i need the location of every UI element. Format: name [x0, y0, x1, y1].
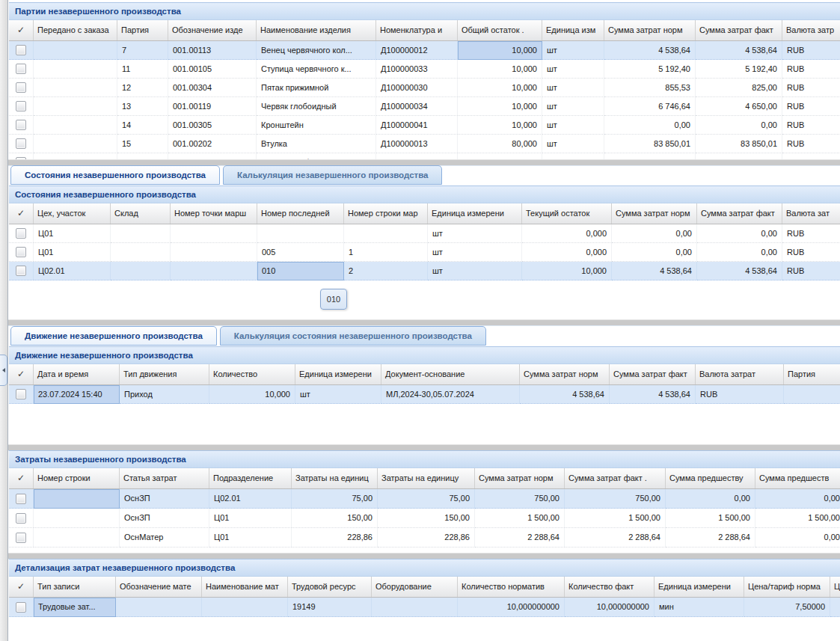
- grid-cell[interactable]: Ступица червячного к...: [257, 60, 376, 79]
- column-header[interactable]: Передано с заказа: [34, 20, 117, 40]
- column-header[interactable]: Сумма предшеств: [755, 468, 840, 488]
- grid-cell[interactable]: 10,000: [458, 41, 542, 60]
- table-row[interactable]: 11001.00105Ступица червячного к...Д10000…: [9, 60, 840, 79]
- grid-cell[interactable]: [116, 598, 202, 617]
- grid-cell[interactable]: 2: [344, 262, 428, 280]
- select-all-header[interactable]: ✓: [9, 20, 34, 40]
- grid-cell[interactable]: 855,53: [604, 79, 696, 97]
- column-header[interactable]: Количество факт: [565, 577, 654, 597]
- grid-cell[interactable]: Венец червячного кол...: [257, 41, 376, 60]
- row-checkbox[interactable]: [16, 533, 26, 543]
- column-header[interactable]: Сумма затрат факт: [610, 364, 696, 384]
- grid-cell[interactable]: RUB: [696, 385, 784, 404]
- column-header[interactable]: Номер последней: [257, 203, 344, 224]
- grid-cell[interactable]: шт: [428, 224, 522, 243]
- table-row[interactable]: Ц01шт0,0000,000,00RUB: [9, 224, 840, 243]
- row-checkbox[interactable]: [16, 138, 26, 149]
- grid-cell[interactable]: 10,000: [522, 262, 612, 280]
- column-header[interactable]: Валюта затр: [782, 20, 840, 40]
- column-header[interactable]: Сумма предшеству: [666, 468, 755, 488]
- column-header[interactable]: Затраты на единиц: [292, 468, 378, 488]
- column-header[interactable]: Тип движения: [120, 364, 209, 384]
- grid-cell[interactable]: 83 850,01: [604, 135, 696, 153]
- grid-cell[interactable]: Пятак прижимной: [257, 79, 376, 97]
- grid-cell[interactable]: 4 538,64: [604, 41, 696, 60]
- grid-cell[interactable]: 0,00: [612, 243, 697, 262]
- table-row[interactable]: 14001.00305КронштейнД10000004110,000шт0,…: [9, 116, 840, 135]
- grid-cell[interactable]: 150,00: [292, 509, 378, 528]
- grid-cell[interactable]: 19149: [288, 598, 372, 617]
- grid-cell[interactable]: Д100000013: [376, 135, 458, 153]
- grid-cell[interactable]: 0,00: [612, 224, 697, 243]
- column-header[interactable]: Дата и время: [34, 364, 120, 384]
- grid-cell[interactable]: RUB: [782, 135, 840, 153]
- column-header[interactable]: Сумма затрат факт: [696, 20, 782, 40]
- grid-cell[interactable]: шт: [542, 41, 604, 60]
- grid-cell[interactable]: шт: [428, 262, 522, 280]
- grid-cell[interactable]: [111, 243, 171, 262]
- grid-cell[interactable]: Приход: [120, 385, 209, 404]
- grid-cell[interactable]: 10,000: [458, 116, 542, 135]
- grid-cell[interactable]: 4 538,64: [697, 262, 782, 280]
- grid-cell[interactable]: RUB: [782, 60, 840, 79]
- column-header[interactable]: Обозначение изде: [168, 20, 257, 40]
- grid-cell[interactable]: RUB: [782, 97, 840, 116]
- row-checkbox[interactable]: [16, 602, 26, 613]
- grid-cell[interactable]: [784, 385, 840, 404]
- row-checkbox[interactable]: [16, 513, 26, 524]
- grid-cell[interactable]: 11: [117, 60, 168, 79]
- grid-cell[interactable]: 1: [344, 243, 428, 262]
- grid-cell[interactable]: 001.00202: [168, 135, 257, 153]
- grid-cell[interactable]: 2 288,64: [565, 528, 666, 548]
- grid-cell[interactable]: 0,000: [522, 224, 612, 243]
- table-row[interactable]: 15001.00202ВтулкаД10000001380,000шт83 85…: [9, 135, 840, 153]
- row-checkbox[interactable]: [16, 266, 26, 276]
- select-all-header[interactable]: ✓: [9, 203, 34, 224]
- grid-cell[interactable]: [111, 262, 171, 280]
- grid-cell[interactable]: Червяк глобоидный: [257, 97, 376, 116]
- column-header[interactable]: Склад: [111, 203, 171, 224]
- grid-cell[interactable]: RUB: [782, 224, 840, 243]
- column-header[interactable]: Обозначение мате: [116, 577, 202, 597]
- table-row[interactable]: 13001.00119Червяк глобоидныйД10000003410…: [9, 97, 840, 116]
- grid-cell[interactable]: RUB: [782, 116, 840, 135]
- row-checkbox[interactable]: [16, 228, 26, 239]
- grid-cell[interactable]: Д100000012: [376, 41, 458, 60]
- grid-cell[interactable]: [171, 224, 257, 243]
- grid-cell[interactable]: 001.00105: [168, 60, 257, 79]
- grid-cell[interactable]: 1 500,00: [475, 509, 565, 528]
- grid-cell[interactable]: 228,86: [292, 528, 378, 548]
- grid-cell[interactable]: 0,00: [697, 243, 782, 262]
- grid-cell[interactable]: [171, 243, 257, 262]
- grid-cell[interactable]: [257, 224, 344, 243]
- column-header[interactable]: Номер точки марш: [171, 203, 257, 224]
- grid-cell[interactable]: 1 500,00: [565, 509, 666, 528]
- column-header[interactable]: Документ-основание: [381, 364, 520, 384]
- grid-cell[interactable]: 5 192,40: [604, 60, 696, 79]
- grid-cell[interactable]: Кронштейн: [257, 116, 376, 135]
- grid-cell[interactable]: 10,000: [209, 385, 295, 404]
- grid-cell[interactable]: 75,00: [292, 489, 378, 509]
- column-header[interactable]: Валюта затрат: [696, 364, 784, 384]
- grid-cell[interactable]: Д100000030: [376, 79, 458, 97]
- grid-cell[interactable]: Д100000041: [376, 116, 458, 135]
- grid-cell[interactable]: шт: [542, 135, 604, 153]
- column-header[interactable]: Сумма затрат норм: [520, 364, 610, 384]
- select-all-header[interactable]: ✓: [9, 364, 34, 384]
- grid-cell[interactable]: 75,00: [378, 489, 475, 509]
- tab-calculation-of-wip-state[interactable]: Калькуляция состояния незавершенного про…: [220, 326, 486, 346]
- grid-cell[interactable]: 83 850,01: [696, 135, 782, 153]
- column-header[interactable]: Наименование изделия: [257, 20, 376, 40]
- grid-cell[interactable]: Ц02.01: [209, 489, 292, 509]
- grid-cell[interactable]: ОснМатер: [120, 528, 209, 548]
- column-header[interactable]: Подразделение: [209, 468, 292, 488]
- column-header[interactable]: Единица измерени: [654, 577, 744, 597]
- grid-cell[interactable]: 2 288,64: [666, 528, 755, 548]
- grid-cell[interactable]: [372, 598, 458, 617]
- grid-cell[interactable]: [34, 509, 120, 528]
- grid-cell[interactable]: мин: [654, 598, 744, 617]
- grid-cell[interactable]: 4 538,64: [612, 262, 697, 280]
- row-checkbox[interactable]: [16, 45, 26, 55]
- row-checkbox[interactable]: [16, 64, 26, 74]
- grid-cell[interactable]: 7: [117, 41, 168, 60]
